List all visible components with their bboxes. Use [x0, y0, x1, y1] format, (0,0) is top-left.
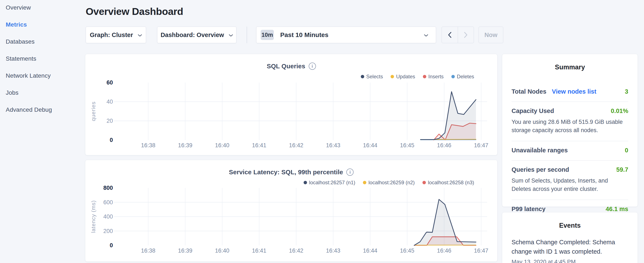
summary-row-capacity-used: Capacity Used 0.01% You are using 28.6 M…	[512, 102, 628, 141]
sidebar-item-statements[interactable]: Statements	[6, 56, 82, 62]
sidebar-item-jobs[interactable]: Jobs	[6, 90, 82, 96]
x-axis-tick-label: 16:39	[178, 247, 192, 254]
y-axis-tick-label: 40	[106, 99, 113, 105]
sidebar-item-databases[interactable]: Databases	[6, 39, 82, 45]
time-range-dropdown[interactable]: 10m Past 10 Minutes	[256, 27, 436, 43]
info-icon[interactable]: i	[346, 168, 354, 176]
x-axis-tick-label: 16:41	[252, 247, 266, 254]
y-axis-tick-label: 0	[110, 242, 113, 248]
summary-row-value: 0.01%	[611, 107, 628, 114]
legend-label: localhost:26257 (n1)	[309, 180, 355, 185]
summary-row-total-nodes: Total Nodes View nodes list 3	[512, 83, 628, 102]
summary-row-value: 59.7	[616, 166, 628, 173]
y-axis-label: latency (ms)	[90, 200, 96, 233]
summary-row-value: 3	[625, 88, 628, 95]
legend-item[interactable]: Selects	[361, 74, 383, 80]
sidebar-item-advanced-debug[interactable]: Advanced Debug	[6, 107, 82, 113]
x-axis-tick-label: 16:46	[437, 142, 451, 149]
chart-legend: SelectsUpdatesInsertsDeletes	[361, 74, 474, 80]
x-axis-tick-label: 16:42	[289, 247, 304, 254]
chevron-down-icon	[229, 34, 233, 37]
legend-item[interactable]: Inserts	[423, 74, 444, 80]
x-axis-tick-label: 16:45	[400, 142, 414, 149]
toolbar-divider	[247, 27, 247, 43]
legend-label: Updates	[396, 74, 415, 80]
service-latency-chart-card: Service Latency: SQL, 99th percentile i …	[85, 160, 498, 262]
x-axis-tick-label: 16:47	[474, 247, 488, 254]
x-axis-tick-label: 16:38	[141, 142, 156, 149]
y-axis-tick-label: 60	[106, 79, 113, 86]
legend-item[interactable]: Deletes	[451, 74, 474, 80]
chevron-down-icon	[138, 34, 142, 37]
y-axis-tick-label: 400	[103, 213, 113, 220]
legend-dot-icon	[423, 75, 426, 78]
x-axis-tick-label: 16:47	[474, 142, 488, 149]
x-axis-tick-label: 16:40	[215, 247, 230, 254]
summary-row-label: Total Nodes	[512, 88, 546, 95]
summary-row-description: You are using 28.6 MiB of 515.9 GiB usab…	[512, 118, 628, 134]
y-axis-tick-label: 0	[110, 137, 113, 143]
legend-label: Deletes	[457, 74, 474, 80]
summary-row-unavailable-ranges: Unavailable ranges 0	[512, 141, 628, 161]
x-axis-tick-label: 16:43	[326, 142, 340, 149]
graph-scope-dropdown[interactable]: Graph: Cluster	[86, 27, 146, 43]
now-button-label: Now	[484, 32, 497, 39]
y-axis-tick-label: 200	[103, 228, 113, 234]
chevron-down-icon	[424, 34, 428, 37]
legend-dot-icon	[390, 75, 394, 78]
graph-scope-label: Graph: Cluster	[90, 32, 133, 39]
summary-row-queries-per-second: Queries per second 59.7 Sum of Selects, …	[512, 161, 628, 200]
info-icon[interactable]: i	[309, 63, 316, 70]
legend-dot-icon	[304, 181, 307, 184]
page-title: Overview Dashboard	[86, 6, 183, 17]
chevron-left-icon	[448, 32, 452, 38]
legend-label: localhost:26259 (n2)	[368, 180, 414, 185]
summary-row-label: Capacity Used	[512, 107, 554, 114]
x-axis-tick-label: 16:42	[289, 142, 304, 149]
events-title: Events	[502, 222, 638, 229]
event-list-item[interactable]: Schema Change Completed: Schema change w…	[512, 237, 628, 263]
legend-item[interactable]: Updates	[390, 74, 415, 80]
legend-item[interactable]: localhost:26258 (n3)	[422, 180, 474, 185]
x-axis-tick-label: 16:43	[326, 247, 340, 254]
x-axis-tick-label: 16:41	[252, 142, 266, 149]
summary-row-label: Queries per second	[512, 166, 569, 173]
event-timestamp: May 13, 2020 at 4:45 PM	[512, 259, 628, 263]
x-axis-tick-label: 16:44	[363, 142, 378, 149]
time-step-forward-button[interactable]	[458, 27, 474, 43]
y-axis-tick-label: 600	[103, 199, 113, 205]
now-button[interactable]: Now	[478, 27, 503, 43]
summary-row-value: 46.1 ms	[606, 205, 628, 212]
y-axis-tick-label: 20	[106, 118, 113, 124]
x-axis-tick-label: 16:38	[141, 247, 156, 254]
time-step-buttons	[442, 27, 474, 43]
y-axis-label: queries	[90, 102, 96, 121]
legend-dot-icon	[363, 181, 366, 184]
legend-item[interactable]: localhost:26257 (n1)	[304, 180, 355, 185]
summary-row-value: 0	[625, 147, 628, 154]
legend-label: Inserts	[428, 74, 444, 80]
events-panel: Events Schema Change Completed: Schema c…	[502, 212, 638, 263]
summary-title: Summary	[502, 63, 638, 71]
legend-dot-icon	[451, 75, 455, 78]
sidebar-item-overview[interactable]: Overview	[6, 5, 82, 11]
view-nodes-list-link[interactable]: View nodes list	[552, 88, 596, 95]
dashboard-dropdown[interactable]: Dashboard: Overview	[157, 27, 236, 43]
time-range-label: Past 10 Minutes	[280, 31, 328, 39]
x-axis-tick-label: 16:45	[400, 247, 414, 254]
x-axis-tick-label: 16:46	[437, 247, 451, 254]
legend-dot-icon	[361, 75, 364, 78]
legend-item[interactable]: localhost:26259 (n2)	[363, 180, 414, 185]
chart-title: Service Latency: SQL, 99th percentile	[229, 168, 343, 176]
legend-label: Selects	[366, 74, 383, 80]
sidebar: Overview Metrics Databases Statements Ne…	[6, 5, 82, 124]
dashboard-label: Dashboard: Overview	[160, 32, 224, 39]
sidebar-item-metrics[interactable]: Metrics	[6, 22, 82, 28]
legend-dot-icon	[422, 181, 426, 184]
event-text: Schema Change Completed: Schema change w…	[512, 237, 628, 256]
summary-panel: Summary Total Nodes View nodes list 3 Ca…	[502, 54, 638, 207]
chart-legend: localhost:26257 (n1)localhost:26259 (n2)…	[304, 180, 474, 185]
summary-row-label: Unavailable ranges	[512, 147, 568, 154]
sidebar-item-network-latency[interactable]: Network Latency	[6, 73, 82, 79]
time-step-back-button[interactable]	[442, 27, 458, 43]
